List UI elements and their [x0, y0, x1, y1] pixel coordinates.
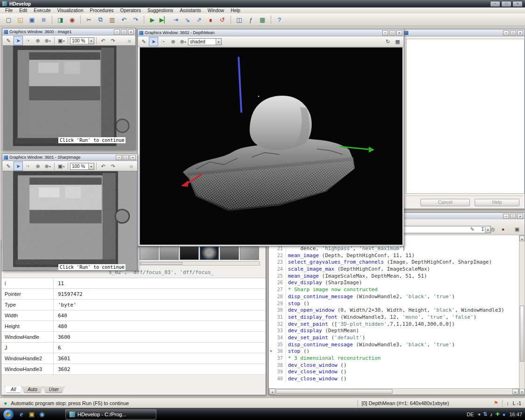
start-button[interactable] — [3, 409, 14, 420]
pan-icon[interactable]: ☞ — [23, 161, 33, 171]
dropdown-arrow-icon[interactable]: ▾ — [49, 39, 51, 42]
dropdown-arrow-icon[interactable]: ▾ — [63, 165, 64, 168]
menu-execute[interactable]: Execute — [30, 8, 54, 13]
zoom-icon[interactable]: ⊕ — [168, 37, 178, 46]
zoom-combo[interactable]: 100 %▾ — [70, 37, 94, 44]
taskbar-app-button[interactable]: HDevelop - C:/Prog... — [65, 409, 156, 420]
cancel-button[interactable]: Cancel — [420, 199, 470, 206]
code-line[interactable]: 27* Sharp image now constructed — [269, 287, 519, 294]
internet-explorer-icon[interactable]: e — [17, 410, 26, 419]
help-button[interactable]: Help — [475, 199, 519, 206]
code-line[interactable]: ➤36stop () — [269, 348, 519, 355]
dropdown-arrow-icon[interactable]: ▾ — [49, 165, 51, 168]
zoom-mode-icon[interactable]: ⊕▾ — [43, 36, 52, 45]
dropdown-arrow-icon[interactable]: ▾ — [88, 38, 94, 44]
maximize-button[interactable]: □ — [121, 29, 127, 35]
dropdown-arrow-icon[interactable]: ▾ — [185, 40, 186, 43]
prev-view-icon[interactable]: ↶ — [98, 36, 108, 45]
pose-icon[interactable]: ↻ — [383, 37, 392, 46]
open-program-icon[interactable]: ◱ — [15, 14, 26, 25]
select-icon[interactable]: ➤ — [14, 161, 23, 171]
code-line[interactable]: 32dev_set_paint (['3D-plot_hidden',7,1,1… — [269, 321, 519, 328]
code-line[interactable]: 39dev_close_window () — [269, 369, 519, 376]
grid-icon[interactable]: ▦ — [393, 37, 402, 46]
variable-row[interactable]: J6 — [1, 343, 266, 353]
maximize-button[interactable]: □ — [389, 30, 395, 35]
iconic-thumbnail[interactable] — [240, 246, 259, 260]
media-player-icon[interactable]: ◉ — [37, 410, 47, 419]
dropdown-arrow-icon[interactable]: ▾ — [63, 39, 64, 42]
variable-row[interactable]: WindowHandle23601 — [1, 353, 266, 364]
maximize-button[interactable]: □ — [510, 214, 516, 219]
pan-icon[interactable]: ☞ — [23, 36, 33, 45]
prev-view-icon[interactable]: ↶ — [98, 161, 108, 171]
scroll-down-icon[interactable]: ▾ — [519, 389, 525, 394]
thumbnails-scrollbar[interactable] — [140, 261, 260, 266]
maximize-button[interactable]: □ — [123, 155, 129, 160]
menu-assistants[interactable]: Assistants — [176, 8, 204, 13]
language-indicator[interactable]: DE — [467, 412, 474, 417]
reset-icon[interactable]: ↺ — [217, 14, 228, 25]
draw-region-icon[interactable]: ✎ — [4, 36, 13, 45]
scroll-left-icon[interactable]: ◂ — [269, 389, 275, 394]
code-line[interactable]: 22mean_image (Depth, DepthHighConf, 11, … — [269, 252, 519, 259]
tab-all[interactable]: All — [5, 386, 22, 393]
menu-file[interactable]: File — [2, 8, 16, 13]
next-view-icon[interactable]: ↷ — [108, 161, 118, 171]
close-button[interactable]: × — [517, 30, 523, 35]
scrollbar-thumb[interactable] — [276, 389, 392, 394]
breakpoint-icon[interactable]: ● — [498, 224, 508, 234]
help-icon[interactable]: ? — [274, 14, 285, 25]
minimize-button[interactable]: − — [116, 155, 122, 160]
sharpimage-canvas[interactable] — [3, 171, 137, 271]
code-line[interactable]: 25mean_image (ImageScaleMax, DepthMean, … — [269, 273, 519, 280]
scrollbar-thumb[interactable] — [520, 306, 524, 362]
save-as-icon[interactable]: ⧈ — [38, 14, 49, 25]
run-until-icon[interactable]: ▶▏ — [159, 14, 169, 25]
variable-row[interactable]: Width640 — [1, 310, 266, 321]
zoom-icon[interactable]: ⊕ — [33, 36, 42, 45]
iconic-thumbnail[interactable] — [160, 246, 179, 260]
find-icon[interactable]: ◎ — [488, 224, 497, 234]
code-line[interactable]: 40dev_close_window () — [269, 376, 519, 383]
code-line[interactable]: 21 dence, 'highpass', 'next_maximum') — [269, 245, 519, 252]
explorer-icon[interactable]: ▣ — [27, 410, 36, 419]
fit-icon[interactable]: ▣▾ — [56, 36, 66, 45]
copy-icon[interactable]: ⧉ — [95, 14, 106, 25]
operator-window-icon[interactable]: ƒ — [245, 14, 256, 25]
code-horizontal-scrollbar[interactable]: ◂ ▸ — [269, 388, 519, 395]
pin-icon[interactable]: ▣ — [512, 224, 522, 234]
stop-icon[interactable]: ∎ — [205, 14, 216, 25]
code-line[interactable]: 38dev_close_window () — [269, 362, 519, 369]
zoom-mode-icon[interactable]: ⊕▾ — [43, 161, 52, 171]
save-program-icon[interactable]: ▣ — [27, 14, 37, 25]
minimize-button[interactable]: − — [503, 30, 509, 35]
next-view-icon[interactable]: ↷ — [108, 36, 118, 45]
volume-icon[interactable]: ♪ — [490, 412, 493, 417]
zoom-combo[interactable]: 100 %▾ — [70, 163, 94, 170]
light-icon[interactable]: ☼ — [126, 161, 136, 171]
menu-window[interactable]: Window — [204, 8, 228, 13]
scroll-up-icon[interactable]: ▴ — [519, 236, 525, 241]
code-line[interactable]: 23select_grayvalues_from_channels (Image… — [269, 259, 519, 266]
menu-suggestions[interactable]: Suggestions — [144, 8, 176, 13]
goto-line-icon[interactable]: ↧ — [478, 224, 487, 234]
minimize-button[interactable]: − — [503, 214, 509, 219]
close-button[interactable]: × — [512, 1, 523, 7]
redo-icon[interactable]: ↷ — [130, 14, 141, 25]
close-button[interactable]: × — [130, 155, 136, 160]
step-over-icon[interactable]: ⇥ — [170, 14, 181, 25]
select-icon[interactable]: ➤ — [14, 36, 23, 45]
cut-icon[interactable]: ✂ — [84, 14, 94, 25]
scrollbar-thumb[interactable] — [140, 262, 182, 265]
variable-row[interactable]: WindowHandle33602 — [1, 364, 266, 375]
tray-app-icon[interactable]: ● — [503, 412, 506, 417]
code-line[interactable]: 37* 3 dimensional reconstruction — [269, 355, 519, 362]
paint-mode-combo[interactable]: shaded▾ — [188, 38, 222, 45]
menu-help[interactable]: Help — [227, 8, 244, 13]
code-line[interactable]: 34dev_set_paint ('default') — [269, 335, 519, 342]
code-line[interactable]: 31set_display_font (WindowHandle3, 12, '… — [269, 314, 519, 321]
scroll-right-icon[interactable]: ▸ — [512, 389, 518, 394]
grab-image-icon[interactable]: ◉ — [67, 14, 77, 25]
tab-auto[interactable]: Auto — [21, 386, 43, 393]
